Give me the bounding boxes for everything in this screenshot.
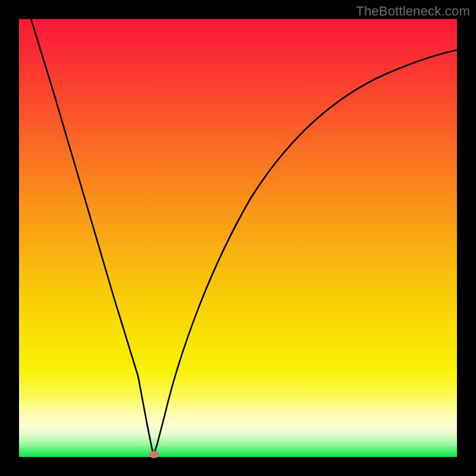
- min-marker: [19, 19, 457, 457]
- svg-point-0: [149, 451, 159, 458]
- plot-area: [19, 19, 457, 457]
- watermark-text: TheBottleneck.com: [356, 4, 470, 19]
- chart-frame: TheBottleneck.com: [0, 0, 476, 476]
